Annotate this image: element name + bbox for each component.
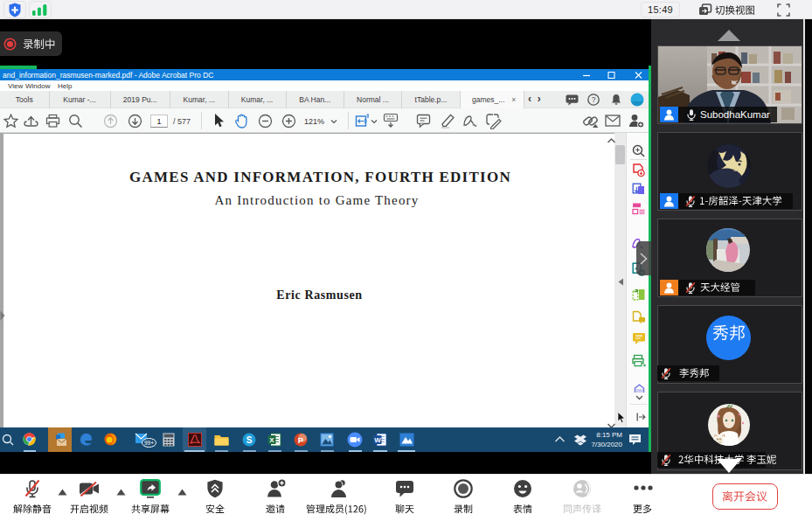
svg-text:P: P (298, 435, 304, 445)
svg-text:S: S (246, 435, 253, 445)
svg-text:W: W (374, 436, 381, 444)
svg-text:X: X (269, 436, 274, 444)
svg-text:99+: 99+ (144, 440, 154, 446)
svg-text:?: ? (592, 95, 596, 104)
